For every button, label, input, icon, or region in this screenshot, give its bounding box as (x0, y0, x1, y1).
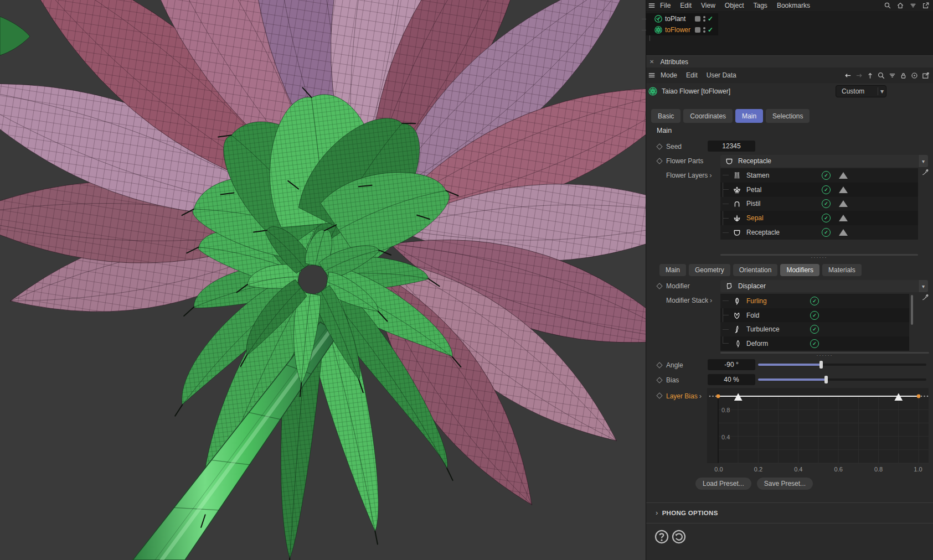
up-arrow-icon[interactable] (866, 71, 874, 80)
diamond-icon[interactable] (656, 362, 662, 368)
object-row-toflower[interactable]: toFlower ✓ (646, 24, 718, 35)
layer-label[interactable]: Receptacle (746, 229, 780, 236)
attr-menu-mode[interactable]: Mode (661, 71, 677, 79)
bias-field[interactable]: 40 % (708, 374, 755, 385)
check-circle-icon[interactable] (810, 325, 819, 334)
modifier-row-fold[interactable]: Fold (720, 308, 909, 323)
eyedropper-icon[interactable] (921, 168, 930, 176)
back-arrow-icon[interactable] (844, 71, 852, 80)
menu-object[interactable]: Object (725, 2, 744, 9)
search-icon[interactable] (884, 2, 891, 9)
layer-row-pistil[interactable]: Pistil (720, 197, 918, 211)
attr-menu-edit[interactable]: Edit (686, 71, 698, 79)
attr-menu-userdata[interactable]: User Data (707, 71, 736, 79)
diamond-icon[interactable] (656, 283, 662, 289)
reset-icon[interactable] (671, 529, 687, 545)
modifier-stack-label[interactable]: Modifier Stack (666, 296, 712, 304)
check-circle-icon[interactable] (810, 297, 819, 305)
tab-orientation[interactable]: Orientation (733, 264, 778, 276)
check-circle-icon[interactable] (822, 171, 831, 180)
visibility-dots-icon[interactable] (703, 16, 705, 22)
triangle-icon[interactable] (839, 172, 848, 179)
layer-toggle-icon[interactable] (695, 27, 700, 33)
layer-bias-label[interactable]: Layer Bias (666, 392, 702, 400)
list-resize-handle[interactable] (720, 352, 929, 357)
menu-file[interactable]: File (660, 2, 671, 9)
menu-hamburger-icon[interactable] (648, 2, 656, 9)
attributes-hamburger-icon[interactable] (648, 71, 656, 79)
triangle-icon[interactable] (839, 229, 848, 236)
target-icon[interactable] (910, 71, 919, 80)
tab-selections[interactable]: Selections (766, 109, 810, 123)
object-row-toplant[interactable]: toPlant ✓ (646, 13, 718, 24)
bias-slider[interactable] (758, 378, 926, 381)
modifier-row-furling[interactable]: Furling (720, 294, 909, 308)
layer-row-stamen[interactable]: Stamen (720, 168, 918, 183)
layer-toggle-icon[interactable] (695, 16, 700, 22)
search-icon[interactable] (877, 71, 885, 80)
diamond-icon[interactable] (656, 143, 662, 149)
check-circle-icon[interactable] (810, 339, 819, 348)
seed-field[interactable]: 12345 (708, 141, 755, 152)
tab-basic[interactable]: Basic (651, 109, 681, 123)
modifier-row-deform[interactable]: Deform (720, 336, 909, 351)
layer-row-sepal[interactable]: Sepal (720, 211, 918, 225)
tab-geometry[interactable]: Geometry (689, 264, 730, 276)
check-circle-icon[interactable] (810, 311, 819, 320)
diamond-icon[interactable] (656, 377, 662, 383)
forward-arrow-icon[interactable] (855, 71, 863, 80)
layer-label[interactable]: Petal (746, 186, 761, 194)
object-label[interactable]: toPlant (665, 15, 694, 23)
angle-slider[interactable] (758, 364, 926, 366)
slider-handle[interactable] (824, 376, 828, 383)
layer-label[interactable]: Stamen (746, 172, 769, 179)
list-resize-handle[interactable] (720, 254, 918, 260)
menu-tags[interactable]: Tags (754, 2, 767, 9)
lock-icon[interactable] (899, 71, 908, 80)
layer-row-receptacle[interactable]: Receptacle (720, 225, 918, 240)
menu-bookmarks[interactable]: Bookmarks (777, 2, 810, 9)
curve-endpoint-left[interactable] (716, 395, 720, 398)
eyedropper-icon[interactable] (921, 293, 930, 301)
load-preset-button[interactable]: Load Preset... (695, 478, 751, 490)
preset-dropdown[interactable]: Custom ▾ (836, 85, 886, 97)
modifier-label[interactable]: Turbulence (746, 325, 780, 333)
check-circle-icon[interactable] (822, 185, 831, 194)
new-window-icon[interactable] (921, 71, 930, 80)
modifier-row-turbulence[interactable]: Turbulence (720, 322, 909, 336)
scrollbar[interactable] (911, 295, 913, 325)
phong-options-section[interactable]: PHONG OPTIONS (656, 509, 718, 517)
triangle-icon[interactable] (839, 200, 848, 207)
modifier-label[interactable]: Fold (746, 312, 759, 319)
check-circle-icon[interactable] (822, 199, 831, 208)
tab-main-sub[interactable]: Main (659, 264, 686, 276)
filter-icon[interactable] (888, 71, 896, 80)
diamond-icon[interactable] (656, 158, 662, 164)
dropdown-chevron-button[interactable] (919, 280, 928, 292)
tab-main[interactable]: Main (735, 109, 763, 123)
triangle-icon[interactable] (839, 215, 848, 221)
modifier-label-selected[interactable]: Furling (746, 297, 767, 305)
triangle-icon[interactable] (839, 186, 848, 193)
tab-modifiers[interactable]: Modifiers (780, 264, 819, 276)
flower-parts-dropdown[interactable]: Receptacle (720, 155, 918, 167)
tab-coordinates[interactable]: Coordinates (683, 109, 733, 123)
open-window-icon[interactable] (922, 2, 930, 9)
tab-materials[interactable]: Materials (822, 264, 862, 276)
angle-field[interactable]: -90 ° (708, 359, 755, 370)
dropdown-chevron-button[interactable] (919, 155, 928, 167)
curve-endpoint-right[interactable] (917, 395, 921, 398)
close-icon[interactable]: ✕ (650, 59, 654, 65)
menu-edit[interactable]: Edit (680, 2, 692, 9)
filter-icon[interactable] (909, 2, 917, 9)
modifier-label[interactable]: Deform (746, 340, 768, 348)
help-icon[interactable] (654, 529, 669, 545)
layer-label[interactable]: Pistil (746, 200, 760, 208)
layer-row-petal[interactable]: Petal (720, 183, 918, 197)
layer-bias-curve-editor[interactable]: 0.8 0.4 0.0 0.2 0.4 0.6 0.8 1.0 (707, 388, 929, 475)
modifier-dropdown[interactable]: Displacer (720, 280, 918, 292)
viewport-3d[interactable] (0, 0, 646, 560)
flower-layers-label[interactable]: Flower Layers (666, 171, 712, 179)
object-label[interactable]: toFlower (665, 26, 694, 34)
enabled-check-icon[interactable]: ✓ (708, 15, 713, 23)
